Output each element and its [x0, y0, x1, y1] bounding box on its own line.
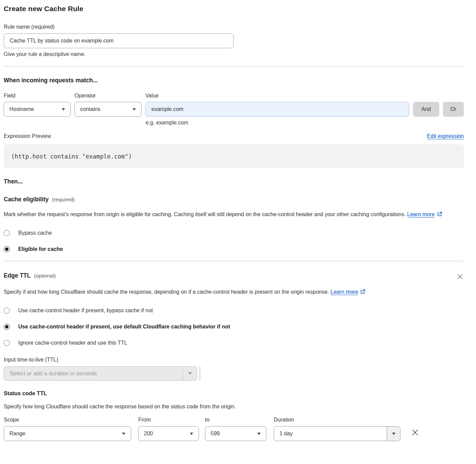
rule-name-helper: Give your rule a descriptive name. — [4, 51, 464, 57]
field-select-value: Hostname — [9, 106, 34, 112]
scope-select-value: Range — [9, 431, 25, 437]
duration-select-value: 1 day — [274, 427, 387, 441]
from-column: From 200 — [138, 412, 199, 441]
radio-option-ignore-cc[interactable]: Ignore cache-control header and use this… — [4, 340, 464, 346]
value-column: Value e.g. example.com — [145, 93, 409, 117]
duration-label: Duration — [274, 417, 400, 423]
edge-ttl-header: Edge TTL (optional) — [4, 272, 464, 282]
section-divider — [4, 261, 464, 261]
radio-option-label: Use cache-control header if present, use… — [18, 324, 230, 330]
rule-name-input[interactable] — [4, 33, 234, 48]
radio-option-label: Bypass cache — [18, 230, 52, 236]
from-select[interactable]: 200 — [138, 426, 199, 441]
ttl-duration-select[interactable]: Select or add a duration in seconds — [4, 366, 197, 381]
radio-selected-icon[interactable] — [4, 324, 10, 330]
radio-icon[interactable] — [4, 308, 10, 314]
edge-ttl-learn-more-link[interactable]: Learn more — [331, 289, 358, 295]
match-heading: When incoming requests match... — [4, 77, 464, 84]
field-column: Field Hostname — [4, 93, 71, 117]
ttl-input-group: Input time-to-live (TTL) Select or add a… — [4, 357, 464, 381]
chevron-down-icon — [257, 433, 261, 435]
expression-header: Expression Preview Edit expression — [4, 133, 464, 139]
chevron-down-icon — [188, 372, 192, 375]
rule-name-group: Rule name (required) Give your rule a de… — [4, 24, 464, 57]
ttl-duration-placeholder: Select or add a duration in seconds — [4, 367, 183, 380]
radio-option-cc-default[interactable]: Use cache-control header if present, use… — [4, 324, 464, 330]
edge-ttl-description-text: Specify if and how long Cloudflare shoul… — [4, 289, 329, 295]
expression-code-block: (http.host contains "example.com") — [4, 144, 464, 168]
edge-ttl-description: Specify if and how long Cloudflare shoul… — [4, 287, 381, 297]
required-tag: (required) — [52, 197, 75, 203]
radio-option-eligible-for-cache[interactable]: Eligible for cache — [4, 246, 464, 252]
radio-option-label: Ignore cache-control header and use this… — [18, 340, 127, 346]
cache-eligibility-title: Cache eligibility — [4, 196, 49, 203]
edge-ttl-close-button[interactable] — [456, 273, 464, 282]
chevron-down-icon — [190, 433, 193, 435]
expression-preview-label: Expression Preview — [4, 133, 51, 139]
duration-column: Duration 1 day — [274, 412, 400, 441]
value-helper: e.g. example.com — [146, 120, 188, 126]
close-icon — [457, 276, 463, 281]
field-select[interactable]: Hostname — [4, 102, 71, 117]
or-button[interactable]: Or — [443, 102, 464, 117]
chevron-down-icon — [132, 108, 136, 111]
status-code-ttl-row: Scope Range From 200 to 599 Duration 1 d… — [4, 412, 464, 441]
chevron-down-icon — [62, 108, 65, 111]
condition-row: Field Hostname Operator contains Value e… — [4, 93, 464, 117]
optional-tag: (optional) — [34, 273, 56, 279]
edge-ttl-title: Edge TTL — [4, 272, 31, 279]
edge-ttl-title-row: Edge TTL (optional) — [4, 272, 56, 279]
chevron-down-icon — [122, 433, 125, 435]
operator-label: Operator — [75, 93, 142, 99]
status-code-ttl-description: Specify how long Cloudflare should cache… — [4, 404, 464, 410]
section-divider — [4, 66, 464, 67]
ttl-combo-row: Select or add a duration in seconds — [4, 366, 464, 381]
edit-expression-link[interactable]: Edit expression — [427, 133, 464, 139]
cache-eligibility-learn-more-link[interactable]: Learn more — [407, 211, 435, 217]
from-label: From — [138, 417, 199, 423]
duration-dropdown-button[interactable] — [387, 427, 400, 441]
to-label: to — [205, 417, 266, 423]
status-code-ttl-title: Status code TTL — [4, 390, 464, 397]
then-heading: Then... — [4, 178, 464, 185]
value-input[interactable] — [145, 102, 409, 117]
operator-select[interactable]: contains — [75, 102, 142, 117]
radio-icon[interactable] — [4, 230, 10, 236]
external-link-icon — [437, 210, 442, 220]
chevron-down-icon — [392, 433, 395, 435]
page-title: Create new Cache Rule — [4, 5, 464, 13]
expression-code: (http.host contains "example.com") — [11, 153, 132, 160]
to-select-value: 599 — [211, 431, 220, 437]
radio-icon[interactable] — [4, 340, 10, 346]
radio-option-label: Eligible for cache — [18, 246, 63, 252]
radio-selected-icon[interactable] — [4, 246, 10, 252]
cache-eligibility-header: Cache eligibility (required) — [4, 196, 464, 203]
and-button[interactable]: And — [413, 102, 439, 117]
scope-label: Scope — [4, 417, 131, 423]
scope-column: Scope Range — [4, 412, 131, 441]
cache-eligibility-description: Mark whether the request’s response from… — [4, 209, 457, 220]
scope-select[interactable]: Range — [4, 426, 131, 441]
remove-status-ttl-button[interactable] — [411, 428, 420, 438]
field-label: Field — [4, 93, 71, 99]
radio-option-label: Use cache-control header if present, byp… — [18, 308, 153, 314]
radio-option-bypass-cache[interactable]: Bypass cache — [4, 230, 464, 236]
duration-select[interactable]: 1 day — [274, 426, 400, 441]
external-link-icon — [360, 288, 365, 297]
operator-column: Operator contains — [75, 93, 142, 117]
remove-icon — [411, 432, 419, 437]
rule-name-label: Rule name (required) — [4, 24, 55, 30]
from-select-value: 200 — [144, 431, 153, 437]
operator-select-value: contains — [80, 106, 100, 112]
value-label: Value — [145, 93, 409, 99]
radio-option-cc-bypass[interactable]: Use cache-control header if present, byp… — [4, 308, 464, 314]
to-select[interactable]: 599 — [205, 426, 266, 441]
to-column: to 599 — [205, 412, 266, 441]
ttl-input-label: Input time-to-live (TTL) — [4, 357, 58, 362]
ttl-duration-dropdown-button[interactable] — [183, 367, 197, 380]
caret-line — [200, 366, 200, 381]
cache-eligibility-description-text: Mark whether the request’s response from… — [4, 211, 406, 217]
